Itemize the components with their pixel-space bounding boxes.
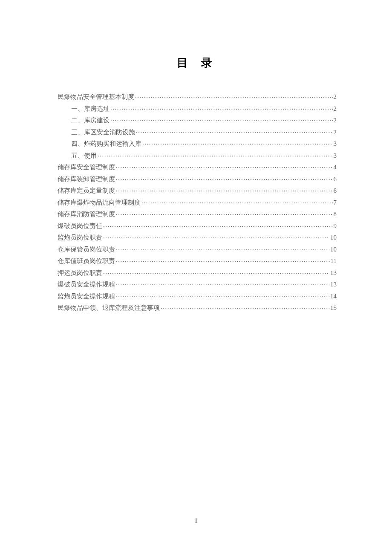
toc-leader-dots — [116, 245, 329, 251]
toc-entry-label: 仓库值班员岗位职责 — [58, 258, 115, 264]
toc-entry-label: 一、库房选址 — [71, 106, 110, 112]
toc-entry-label: 爆破员岗位责任 — [58, 223, 102, 229]
toc-leader-dots — [116, 163, 333, 169]
toc-leader-dots — [161, 304, 329, 310]
document-page: 目 录 民爆物品安全管理基本制度2一、库房选址2二、库房建设2三、库区安全消防设… — [0, 0, 392, 311]
toc-entry-label: 民爆物品申领、退库流程及注意事项 — [58, 305, 160, 311]
toc-entry[interactable]: 三、库区安全消防设施2 — [58, 128, 337, 136]
toc-entry[interactable]: 储存库消防管理制度8 — [58, 210, 337, 217]
toc-entry-page: 3 — [334, 141, 337, 147]
toc-entry[interactable]: 五、使用3 — [58, 151, 337, 159]
toc-entry-page: 6 — [334, 188, 337, 194]
toc-entry-page: 2 — [334, 106, 337, 112]
toc-entry-label: 储存库爆炸物品流向管理制度 — [58, 199, 141, 206]
toc-entry-label: 储存库定员定量制度 — [58, 188, 115, 194]
toc-entry-page: 7 — [334, 199, 337, 206]
toc-entry-label: 押运员岗位职责 — [58, 270, 102, 276]
toc-entry-label: 仓库保管员岗位职责 — [58, 246, 115, 253]
toc-entry[interactable]: 一、库房选址2 — [58, 104, 337, 112]
toc-leader-dots — [142, 139, 333, 146]
toc-entry-label: 二、库房建设 — [71, 117, 110, 124]
toc-entry-page: 4 — [334, 164, 337, 171]
toc-entry-page: 13 — [330, 270, 337, 276]
toc-entry-label: 储存库安全管理制度 — [58, 164, 115, 171]
toc-entry-label: 储存库消防管理制度 — [58, 211, 115, 217]
toc-entry[interactable]: 民爆物品安全管理基本制度2 — [58, 92, 337, 100]
toc-entry-page: 10 — [330, 234, 337, 241]
toc-entry-page: 14 — [330, 293, 337, 300]
toc-entry-page: 6 — [334, 176, 337, 182]
toc-entry-label: 五、使用 — [71, 153, 97, 159]
toc-leader-dots — [116, 280, 329, 286]
toc-entry-page: 13 — [330, 281, 337, 288]
toc-leader-dots — [98, 151, 333, 158]
toc-entry[interactable]: 仓库值班员岗位职责11 — [58, 257, 337, 264]
toc-entry[interactable]: 二、库房建设2 — [58, 116, 337, 124]
toc-entry-label: 爆破员安全操作规程 — [58, 281, 115, 288]
table-of-contents: 民爆物品安全管理基本制度2一、库房选址2二、库房建设2三、库区安全消防设施2四、… — [58, 92, 337, 311]
toc-leader-dots — [116, 257, 330, 263]
toc-entry-label: 监炮员安全操作规程 — [58, 293, 115, 300]
toc-entry-page: 3 — [334, 153, 337, 159]
toc-entry-label: 监炮员岗位职责 — [58, 234, 102, 241]
toc-entry[interactable]: 民爆物品申领、退库流程及注意事项15 — [58, 304, 337, 311]
toc-leader-dots — [103, 269, 329, 275]
toc-entry[interactable]: 仓库保管员岗位职责10 — [58, 245, 337, 253]
toc-leader-dots — [141, 198, 333, 205]
toc-entry[interactable]: 储存库安全管理制度4 — [58, 163, 337, 171]
toc-entry-label: 储存库装卸管理制度 — [58, 176, 115, 182]
toc-entry[interactable]: 爆破员岗位责任9 — [58, 222, 337, 229]
toc-entry[interactable]: 监炮员岗位职责10 — [58, 233, 337, 241]
toc-entry-label: 民爆物品安全管理基本制度 — [58, 94, 134, 100]
toc-entry[interactable]: 储存库定员定量制度6 — [58, 186, 337, 194]
toc-title: 目 录 — [58, 55, 337, 70]
toc-leader-dots — [103, 222, 333, 228]
toc-leader-dots — [110, 116, 333, 122]
toc-leader-dots — [103, 233, 329, 240]
toc-leader-dots — [116, 210, 333, 216]
toc-leader-dots — [116, 175, 333, 181]
toc-leader-dots — [110, 104, 333, 111]
toc-entry[interactable]: 四、炸药购买和运输入库3 — [58, 139, 337, 147]
toc-entry-label: 三、库区安全消防设施 — [71, 129, 135, 136]
toc-entry-page: 2 — [334, 94, 337, 100]
toc-entry-page: 2 — [334, 129, 337, 136]
toc-leader-dots — [135, 92, 333, 99]
toc-entry[interactable]: 押运员岗位职责13 — [58, 269, 337, 276]
toc-entry-page: 10 — [330, 246, 337, 253]
page-number: 1 — [0, 517, 392, 525]
toc-entry-label: 四、炸药购买和运输入库 — [71, 141, 141, 147]
toc-entry-page: 11 — [331, 258, 337, 264]
toc-entry[interactable]: 爆破员安全操作规程13 — [58, 280, 337, 288]
toc-leader-dots — [136, 128, 333, 134]
toc-entry-page: 8 — [334, 211, 337, 217]
toc-entry[interactable]: 监炮员安全操作规程14 — [58, 292, 337, 300]
toc-leader-dots — [116, 292, 329, 298]
toc-entry-page: 9 — [334, 223, 337, 229]
toc-entry[interactable]: 储存库爆炸物品流向管理制度7 — [58, 198, 337, 206]
toc-entry[interactable]: 储存库装卸管理制度6 — [58, 175, 337, 182]
toc-entry-page: 15 — [330, 305, 337, 311]
toc-entry-page: 2 — [334, 117, 337, 124]
toc-leader-dots — [116, 186, 333, 193]
